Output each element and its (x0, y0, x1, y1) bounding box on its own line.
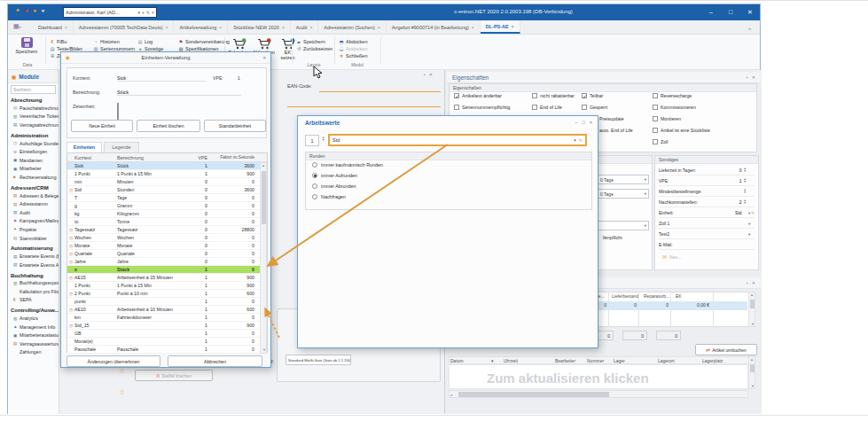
qat-icon[interactable]: ● (41, 7, 44, 14)
checkbox-field[interactable]: ✓End of Life (532, 105, 562, 110)
sidebar-item[interactable]: ▥Vereinfachte Tickets (8, 113, 59, 121)
einheit-row[interactable]: ◷ to Tonne 0 0 (67, 218, 267, 226)
field-underline[interactable] (287, 106, 441, 107)
einheit-row[interactable]: ◷ min Minuten 0 0 (67, 178, 267, 186)
checkbox[interactable]: ✓ (532, 93, 537, 98)
close-icon[interactable]: × (590, 120, 592, 125)
scroll-left-icon[interactable]: ◂ (450, 393, 452, 397)
qat-icon[interactable]: ● (25, 7, 28, 14)
col-faktor[interactable]: Faktor zu Sekunde (209, 155, 256, 160)
sidebar-item[interactable]: ▤Adressen & Belege (8, 191, 59, 200)
dialog-tab[interactable]: Einheiten (66, 142, 102, 152)
einheit-row[interactable]: ◷ Monate Monate 0 0 (67, 242, 267, 250)
sidebar-item[interactable]: ◷Aufschläge Stunden (8, 139, 59, 148)
checkbox[interactable]: ✓ (454, 93, 459, 98)
einheit-row[interactable]: ◷ Std Stunden 0 3600 (67, 186, 267, 194)
sidebar-item[interactable]: ▤Vertragsauswertung (8, 339, 59, 348)
tab-close-icon[interactable]: × (166, 25, 168, 30)
sidebar-item[interactable]: Zahlungen (8, 348, 59, 357)
einheiten-scrollbar[interactable]: ▲▼ (260, 162, 267, 354)
einheit-row[interactable]: ◷ km Fahrtenkilometer 1 0 (67, 314, 267, 322)
checkbox[interactable]: ✓ (653, 93, 658, 98)
modul-button[interactable]: ✕Schließen (339, 53, 367, 58)
radio-circle[interactable] (312, 183, 317, 189)
col-bezeichnung[interactable]: Bezeichnung (117, 155, 192, 160)
col-vpe[interactable]: VPE (192, 155, 209, 160)
checkbox-field[interactable]: ✓nicht rabattierbar (532, 93, 575, 98)
document-tab[interactable]: Dashboard× (33, 20, 74, 34)
spinner-control[interactable]: ▲▼ (744, 189, 747, 194)
property-row[interactable]: VPE: 1 ▲▼ ▾ ✎ (659, 176, 755, 186)
history-grid-body[interactable]: Zum aktualisieren klicken (449, 364, 748, 389)
einheit-row[interactable]: ◷ g Gramm 0 0 (67, 202, 267, 210)
spinner-control[interactable]: ▲▼ (744, 178, 747, 183)
zeiteinheit-checkbox[interactable] (117, 103, 119, 120)
history-grid-header[interactable]: Lagerort (658, 358, 675, 363)
checkbox-field[interactable]: ✓Gesperrt (582, 105, 607, 110)
arbeitswerte-titlebar[interactable]: Arbeitswerte – □ × (298, 116, 598, 130)
sidebar-item[interactable]: ■Rechteverwaltung (8, 173, 59, 182)
tab-close-icon[interactable]: × (219, 25, 222, 30)
sidebar-item[interactable]: ▥Audit (8, 208, 59, 217)
history-vscrollbar[interactable]: ▲▼ (748, 356, 755, 389)
spinner-control[interactable]: ▲▼ (744, 199, 747, 205)
radio-circle[interactable] (312, 173, 317, 178)
stock-grid-header[interactable]: Lieferbestand (612, 293, 638, 299)
standardeinheit-button[interactable]: Standardeinheit (204, 120, 266, 132)
checkbox-field[interactable]: ✓Seriennummernpflichtig (454, 105, 511, 110)
sidebar-item[interactable]: ▤Adressstamm (8, 199, 59, 208)
col-kurztext[interactable]: Kurztext (74, 155, 117, 160)
sidebar-item[interactable]: ▤Pauschalabrechnung (8, 104, 59, 113)
stock-grid-scrollbar[interactable]: ▲▼ (748, 292, 755, 327)
tab-close-icon[interactable]: × (309, 25, 312, 30)
sidebar-item[interactable]: ⚑Kampagnen/Mailing (8, 217, 59, 226)
tab-close-icon[interactable]: × (472, 25, 474, 30)
favorite-star-icon[interactable]: ☆ (119, 388, 125, 396)
einheit-row[interactable]: ◷ Tagessatz Tagessatz 0 28800 (67, 226, 267, 234)
document-tab[interactable]: Stückliste NEW 2020× (228, 20, 291, 34)
close-icon[interactable]: × (152, 10, 154, 15)
stock-grid-header[interactable]: EK (676, 293, 682, 299)
einheit-row[interactable]: ◷ punkt 1 0 (67, 298, 267, 306)
refresh-watermark[interactable]: Zum aktualisieren klicken (487, 370, 649, 386)
search-input[interactable]: Suchtext: (11, 85, 56, 94)
tage-dropdown-2[interactable]: 0 Tage▾ (598, 189, 649, 199)
einheit-row[interactable]: ◷ Wochen Wochen 0 0 (67, 234, 267, 242)
document-tab[interactable]: Adressstamm (70005 TechData Deuts)× (74, 20, 175, 34)
property-row[interactable]: Mindestbestellmenge: ▲▼ ▾ ✎ (659, 187, 755, 197)
close-icon[interactable]: ✕ (752, 74, 755, 80)
sidebar-item[interactable]: ▤Erwartete Events (B... (8, 252, 59, 261)
history-hscrollbar[interactable]: ◂ (449, 390, 748, 398)
sidebar-item[interactable]: €SEPA (8, 296, 59, 305)
ean-field-underline[interactable] (319, 91, 441, 92)
spinner-control[interactable]: ▲▼ (744, 168, 747, 173)
unit-combo[interactable]: Std ▾✎ (328, 134, 587, 146)
tab-close-icon[interactable]: × (512, 24, 514, 29)
layout-button[interactable]: ▰Speichern (296, 39, 332, 44)
checkbox[interactable]: ✓ (653, 139, 658, 144)
checkbox-field[interactable]: ✓Artikel ist eine Stückliste (653, 128, 710, 133)
edit-icon[interactable]: ✎ (146, 10, 150, 15)
checkbox[interactable]: ✓ (532, 105, 537, 110)
checkbox[interactable]: ✓ (582, 105, 587, 110)
ribbon-button[interactable]: ◔Historien (93, 39, 135, 44)
bezeichnung-value[interactable]: Stück (117, 90, 241, 96)
property-row[interactable]: Einheit: Std ▲▼ ▾ ✎ (659, 208, 755, 218)
einheit-loeschen-button[interactable]: Einheit löschen (137, 120, 200, 132)
checkbox-field[interactable]: ✓Zoll (653, 139, 668, 144)
checkbox[interactable]: ✓ (653, 105, 658, 110)
checkbox[interactable]: ✓ (653, 116, 658, 121)
einheit-row[interactable]: ◷ kg Kilogramm 0 0 (67, 210, 267, 218)
checkbox[interactable]: ✓ (582, 93, 587, 98)
tab-close-icon[interactable]: × (378, 25, 380, 30)
maximize-button[interactable]: □ (721, 4, 740, 20)
sidebar-item[interactable]: ▥Buchhaltungsexport (8, 279, 59, 288)
qat-icon[interactable]: ✦ (15, 7, 20, 14)
chevron-down-icon[interactable]: ▾ (748, 232, 750, 237)
property-row[interactable]: Zoll 1 ▲▼ ▾ ✎ (659, 219, 755, 229)
sidebar-item[interactable]: ▲Management Info (8, 323, 59, 332)
history-grid-header[interactable]: Lager (614, 358, 625, 363)
sidebar-item[interactable]: Kalkulation pro Filia... (8, 287, 59, 296)
history-grid-header[interactable]: Bearbeiter (555, 358, 575, 363)
sidebar-item[interactable]: ▣Mandanten (8, 156, 59, 165)
